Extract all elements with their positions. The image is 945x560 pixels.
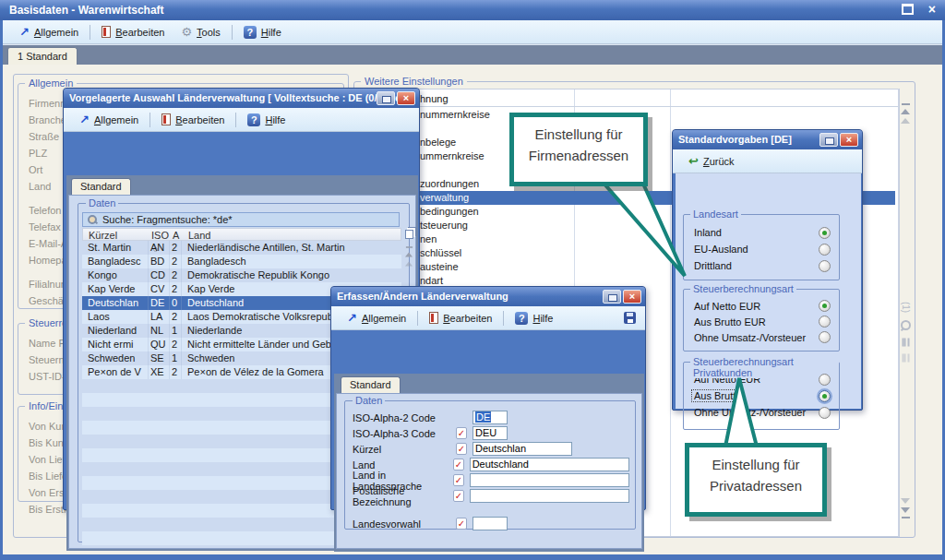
callout-firmenadressen: Einstellung für Firmenadressen <box>509 113 648 186</box>
radio-button[interactable] <box>819 331 831 343</box>
radio-option-row[interactable]: Aus Brutto <box>692 387 831 404</box>
table-row[interactable]: BangladescBD2Bangladesch <box>82 255 401 268</box>
radio-option-row[interactable]: Auf Netto EUR <box>692 298 831 314</box>
menu-allgemein[interactable]: ↗ Allgemein <box>71 112 147 128</box>
radio-button[interactable] <box>819 407 831 419</box>
scroll-down-icon[interactable] <box>901 498 910 504</box>
dialog-standardvorgaben: Standardvorgaben [DE] × ↩ Zurück Landesa… <box>672 129 863 411</box>
restore-icon[interactable] <box>902 4 914 15</box>
scroll-up-icon[interactable] <box>901 109 910 114</box>
scroll-up-icon[interactable] <box>901 118 910 124</box>
close-icon[interactable]: × <box>623 290 641 304</box>
menu-bearbeiten[interactable]: Bearbeiten <box>421 309 500 327</box>
check-icon[interactable]: ✓ <box>453 459 464 471</box>
tab-standard[interactable]: Standard <box>71 178 131 195</box>
tab-standard-main[interactable]: 1 Standard <box>7 47 78 65</box>
check-icon[interactable]: ✓ <box>456 518 467 530</box>
radio-button[interactable] <box>819 316 831 328</box>
column-header[interactable]: A <box>171 229 183 240</box>
minimize-icon[interactable] <box>819 133 838 147</box>
menu-label: Hilfe <box>261 27 281 38</box>
table-row[interactable]: St. MartinAN2Niederländische Antillen, S… <box>82 241 401 255</box>
text-input[interactable]: DEU <box>472 426 508 440</box>
scroll-top-icon[interactable] <box>902 103 910 105</box>
list-icon[interactable] <box>902 354 909 363</box>
table-row[interactable]: KongoCD2Demokratische Republik Kongo <box>82 268 401 282</box>
radio-button[interactable] <box>819 390 831 402</box>
column-header[interactable]: Kürzel <box>83 229 150 240</box>
text-input[interactable]: Deutschland <box>470 458 629 471</box>
copy-icon[interactable] <box>405 230 413 239</box>
radio-button[interactable] <box>819 374 831 386</box>
dialog-titlebar[interactable]: Vorgelagerte Auswahl Länderverwaltung [ … <box>64 89 419 108</box>
check-icon[interactable]: ✓ <box>453 474 464 486</box>
scroll-down-controls[interactable] <box>901 498 910 518</box>
menu-allgemein[interactable]: ↗ Allgemein <box>339 310 414 327</box>
back-button[interactable]: ↩ Zurück <box>680 151 743 171</box>
radio-option-row[interactable]: Inland <box>692 224 831 241</box>
radio-label: Inland <box>692 227 724 238</box>
save-icon[interactable] <box>624 312 636 324</box>
table-gutter <box>402 228 415 267</box>
column-header[interactable]: Land <box>183 229 401 240</box>
dialog-titlebar[interactable]: Erfassen/Ändern Länderverwaltung <box>331 287 645 306</box>
menu-hilfe[interactable]: ? Hilfe <box>239 111 293 129</box>
close-icon[interactable]: × <box>840 133 858 147</box>
check-slot: ✓ <box>456 518 469 530</box>
close-icon[interactable]: × <box>397 91 415 105</box>
minimize-icon[interactable] <box>377 91 395 105</box>
table-cell: AN <box>149 241 170 255</box>
check-icon[interactable]: ✓ <box>456 427 467 439</box>
radio-option-row[interactable]: Aus Brutto EUR <box>692 314 831 329</box>
table-cell: Deutschlan <box>82 296 149 310</box>
minimize-icon[interactable] <box>603 290 621 304</box>
text-input[interactable] <box>470 489 629 503</box>
radio-button[interactable] <box>819 300 831 312</box>
radio-option-row[interactable]: Drittland <box>692 257 831 274</box>
edit-icon <box>429 312 438 324</box>
list-icon[interactable] <box>902 339 909 347</box>
text-input[interactable] <box>472 517 508 530</box>
input-value: Deutschland <box>472 459 529 470</box>
group-steuerberechnungsart: Steuerberechnungsart Auf Netto EURAus Br… <box>683 289 840 351</box>
menu-bearbeiten[interactable]: Bearbeiten <box>93 23 173 41</box>
scroll-up-icon[interactable] <box>405 253 413 257</box>
arrow-ne-icon: ↗ <box>19 27 30 37</box>
text-input[interactable] <box>470 473 629 487</box>
radio-option-row[interactable]: Ohne Umsatz-/Vorsteuer <box>692 404 831 421</box>
gear-icon: ⚙ <box>181 27 192 38</box>
menu-hilfe[interactable]: ? Hilfe <box>235 23 290 42</box>
menu-allgemein[interactable]: ↗ Allgemein <box>11 24 87 41</box>
list-item[interactable]: nummernkreise <box>420 108 895 122</box>
field-label: Landesvorwahl <box>353 518 456 530</box>
text-input[interactable]: DE <box>472 411 508 424</box>
radio-option-row[interactable]: EU-Ausland <box>692 241 831 257</box>
text-input[interactable]: Deutschlan <box>472 442 572 456</box>
menu-label: Bearbeiten <box>115 27 164 38</box>
scroll-up-icon[interactable] <box>405 262 413 267</box>
scroll-up-controls[interactable] <box>901 103 910 124</box>
radio-option-row[interactable]: Ohne Umsatz-/Vorsteuer <box>692 329 831 345</box>
scroll-bottom-icon[interactable] <box>902 517 910 518</box>
table-cell: Nicht ermi <box>82 338 149 351</box>
scroll-top-icon[interactable] <box>405 246 412 248</box>
menu-tools[interactable]: ⚙ Tools <box>173 24 228 41</box>
close-icon[interactable]: × <box>928 4 936 16</box>
check-icon[interactable]: ✓ <box>456 443 467 455</box>
field-label: ISO-Alpha-3 Code <box>353 428 456 439</box>
dialog-toolbar: ↩ Zurück <box>673 149 862 173</box>
check-icon[interactable]: ✓ <box>453 490 464 502</box>
radio-button[interactable] <box>819 244 831 256</box>
menu-bearbeiten[interactable]: Bearbeiten <box>153 111 233 128</box>
scroll-down-icon[interactable] <box>901 507 910 513</box>
toolbar-separator <box>90 25 90 40</box>
tab-standard[interactable]: Standard <box>341 376 401 393</box>
page-one-icon[interactable]: (1) <box>901 302 910 313</box>
menu-hilfe[interactable]: ? Hilfe <box>507 309 561 328</box>
magnifier-icon[interactable] <box>901 320 911 330</box>
column-header[interactable]: ISO <box>150 229 171 240</box>
radio-button[interactable] <box>819 260 831 272</box>
search-input[interactable]: Suche: Fragmentsuche: *de* <box>82 212 400 227</box>
radio-button[interactable] <box>819 227 831 239</box>
radio-options: Auf Netto EURAus Brutto EUROhne Umsatz-/… <box>684 290 839 345</box>
